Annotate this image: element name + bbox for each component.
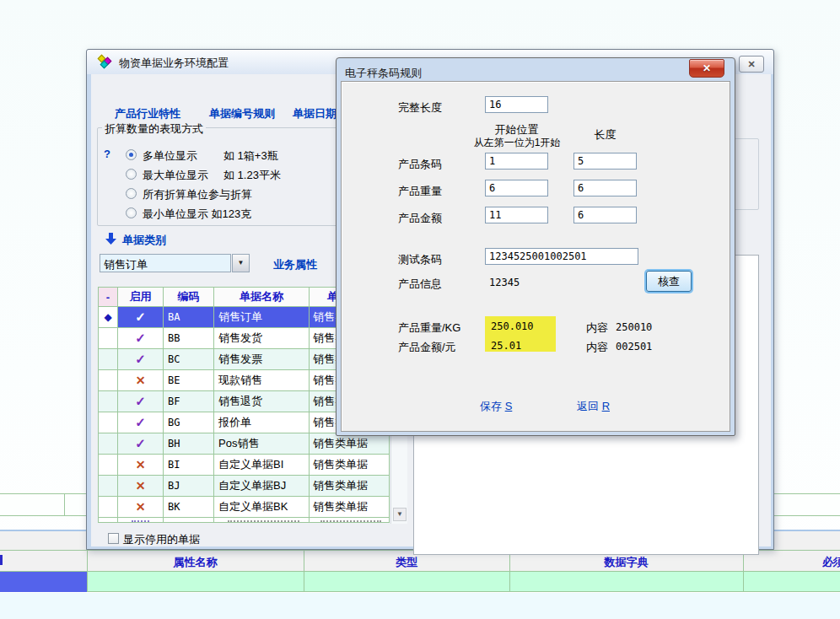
column-header-attribute-name: 属性名称 — [87, 555, 304, 570]
chevron-down-icon: ▼ — [238, 259, 245, 266]
radio-label: 所有折算单位参与折算 — [143, 187, 252, 202]
check-icon: ✓ — [135, 310, 146, 325]
return-button[interactable]: 返回 R — [577, 399, 610, 414]
tab-doc-number-rules[interactable]: 单据编号规则 — [209, 106, 275, 121]
radio-min-unit[interactable] — [126, 207, 137, 218]
name-cell: 自定义单据BK — [214, 497, 310, 518]
column-header-marker[interactable]: - — [99, 288, 118, 307]
dialog-title: 电子秤条码规则 — [345, 66, 422, 81]
content-label: 内容 — [586, 340, 608, 355]
weight-result-label: 产品重量/KG — [398, 320, 460, 336]
radio-label: 最小单位显示 如123克 — [143, 207, 251, 222]
product-barcode-label: 产品条码 — [398, 157, 442, 172]
enabled-cell: ✓ — [118, 307, 164, 328]
table-row[interactable]: ✕BI自定义单据BI销售类单据 — [99, 455, 390, 476]
check-icon: ✓ — [135, 415, 146, 430]
row-marker-cell: ◆ — [99, 307, 118, 328]
weight-result-value: 250.010 — [491, 320, 534, 332]
column-header-type: 类型 — [304, 555, 509, 570]
name-cell: Pos销售 — [214, 433, 310, 455]
code-cell: BB — [164, 328, 214, 349]
dialog-titlebar[interactable]: 电子秤条码规则 — [337, 58, 735, 81]
clipped-table-row — [99, 518, 390, 523]
column-header-code[interactable]: 编码 — [164, 288, 214, 307]
name-cell: 销售发货 — [214, 328, 310, 349]
scroll-down-button[interactable]: ▼ — [393, 508, 407, 521]
code-cell: BH — [164, 433, 214, 455]
table-row[interactable]: ✓BHPos销售销售类单据 — [99, 433, 390, 455]
product-weight-length-input[interactable] — [573, 180, 637, 196]
x-icon: ✕ — [136, 500, 146, 514]
save-button[interactable]: 保存 S — [480, 399, 512, 414]
product-amount-start-input[interactable] — [485, 207, 548, 223]
full-length-label: 完整长度 — [398, 100, 442, 116]
type-cell: 销售类单据 — [310, 476, 390, 497]
full-length-input[interactable] — [485, 96, 548, 113]
enabled-cell: ✕ — [118, 455, 164, 476]
show-disabled-checkbox[interactable] — [108, 533, 119, 544]
enabled-cell: ✓ — [118, 391, 164, 412]
type-cell: 销售类单据 — [310, 497, 390, 518]
combo-dropdown-button[interactable]: ▼ — [232, 254, 250, 272]
start-pos-subheading: 从左第一位为1开始 — [462, 136, 572, 150]
radio-max-unit[interactable] — [126, 169, 137, 180]
combo-value[interactable]: 销售订单 — [100, 254, 231, 272]
code-cell: BE — [164, 370, 214, 391]
code-cell: BI — [164, 455, 214, 476]
row-marker-cell — [99, 476, 118, 497]
selected-cell[interactable] — [0, 572, 87, 592]
product-weight-start-input[interactable] — [485, 180, 548, 196]
table-row[interactable]: ✕BK自定义单据BK销售类单据 — [99, 497, 390, 518]
barcode-rule-dialog: 电子秤条码规则 ✕ 完整长度 开始位置 从左第一位为1开始 长度 产品条码 产品… — [336, 57, 735, 436]
row-marker-cell — [99, 433, 118, 455]
name-cell: 销售发票 — [214, 349, 310, 370]
attribute-table-row[interactable] — [0, 572, 840, 592]
product-amount-label: 产品金额 — [398, 211, 442, 226]
name-cell: 报价单 — [214, 412, 310, 433]
type-cell: 销售类单据 — [310, 455, 390, 476]
selected-row-marker-icon: ◆ — [104, 311, 111, 323]
radio-label: 最大单位显示 — [143, 168, 208, 183]
column-header-doc-name[interactable]: 单据名称 — [214, 288, 310, 307]
enabled-cell: ✕ — [118, 497, 164, 518]
dialog-content: 完整长度 开始位置 从左第一位为1开始 长度 产品条码 产品重量 产品金额 测试… — [341, 81, 730, 432]
page-footer-area — [0, 593, 840, 619]
product-barcode-start-input[interactable] — [485, 153, 548, 170]
window-close-button[interactable]: ✕ — [739, 56, 764, 73]
radio-all-units[interactable] — [126, 188, 137, 199]
grid-line — [64, 494, 65, 515]
check-icon: ✓ — [135, 331, 146, 346]
enabled-cell: ✕ — [118, 370, 164, 391]
grid-line — [304, 550, 304, 592]
column-header-enabled[interactable]: 启用 — [118, 288, 164, 307]
x-icon: ✕ — [136, 479, 146, 493]
content-label: 内容 — [586, 320, 608, 336]
amount-result-label: 产品金额/元 — [398, 340, 456, 355]
length-heading: 长度 — [573, 127, 637, 143]
table-row[interactable]: ✕BJ自定义单据BJ销售类单据 — [99, 476, 390, 497]
radio-example: 如 1.23平米 — [223, 168, 281, 183]
name-cell: 自定义单据BJ — [214, 476, 310, 497]
code-cell: BC — [164, 349, 214, 370]
help-icon[interactable]: ? — [104, 148, 110, 160]
radio-label: 多单位显示 — [143, 148, 197, 164]
product-barcode-length-input[interactable] — [573, 153, 637, 170]
radio-example: 如 1箱+3瓶 — [223, 148, 278, 164]
product-info-value: 12345 — [489, 277, 520, 288]
amount-content-value: 002501 — [616, 341, 652, 353]
test-barcode-input[interactable] — [485, 248, 638, 265]
name-cell: 销售订单 — [214, 307, 310, 328]
code-cell: BF — [164, 391, 214, 412]
name-cell: 自定义单据BI — [214, 455, 310, 476]
business-attr-link[interactable]: 业务属性 — [273, 257, 317, 272]
check-button[interactable]: 核查 — [646, 271, 692, 292]
product-amount-length-input[interactable] — [573, 207, 637, 223]
clipped-text-fragment — [0, 555, 3, 565]
doc-category-select[interactable]: 销售订单 ▼ — [100, 254, 250, 272]
doc-category-link[interactable]: 单据类别 — [122, 233, 166, 248]
radio-multi-unit[interactable] — [126, 149, 137, 160]
dialog-close-button[interactable]: ✕ — [689, 59, 724, 78]
code-cell: BJ — [164, 476, 214, 497]
check-icon: ✓ — [135, 394, 146, 409]
tab-product-industry[interactable]: 产品行业特性 — [115, 106, 180, 121]
